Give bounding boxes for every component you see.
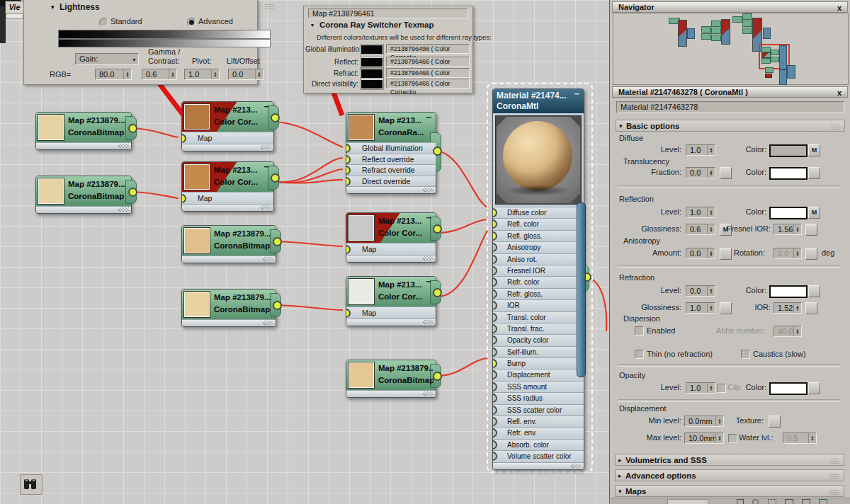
- dropdown-arrow-icon[interactable]: ▼: [132, 55, 137, 65]
- slot-volume-scatter-color[interactable]: Volume scatter color: [493, 450, 584, 462]
- lift-field[interactable]: 0.0: [228, 69, 264, 80]
- rgb-field[interactable]: 80.0: [95, 69, 132, 80]
- input-socket[interactable]: [493, 219, 497, 229]
- slot-map[interactable]: Map: [182, 192, 273, 204]
- slot-anisotropy[interactable]: Anisotropy: [493, 241, 584, 253]
- node-colorcorrection-1[interactable]: Map #213... Color Cor... − Map: [181, 101, 274, 151]
- reflect-map-button[interactable]: #2138796466 ( Color Correctio: [386, 57, 470, 67]
- slot-transl-color[interactable]: Transl. color: [493, 311, 584, 323]
- refract-color-swatch[interactable]: [361, 69, 383, 79]
- slot-sss-radius[interactable]: SSS radius: [493, 392, 584, 403]
- viewport-tab[interactable]: Vie: [5, 1, 24, 14]
- texture-thumbnail[interactable]: [184, 292, 210, 317]
- input-socket[interactable]: [493, 452, 497, 461]
- slot-refl-color[interactable]: Refl. color: [493, 218, 584, 229]
- slot-refl-gloss[interactable]: Refl. gloss.: [493, 230, 584, 241]
- input-socket[interactable]: [493, 231, 497, 241]
- input-socket[interactable]: [493, 243, 497, 252]
- slot-global-illumination[interactable]: Global illumination: [346, 142, 436, 154]
- advanced-radio[interactable]: [187, 18, 196, 27]
- node-rayswitcher[interactable]: Map #213... CoronaRa... − Global illumin…: [346, 112, 436, 194]
- input-socket[interactable]: [182, 194, 186, 203]
- slot-refr-color[interactable]: Refr. color: [493, 276, 584, 287]
- input-socket[interactable]: [493, 208, 497, 217]
- gi-map-button[interactable]: #2138796498 ( Color Correctio: [386, 44, 470, 54]
- rollout-arrow-icon[interactable]: ▾: [51, 4, 55, 11]
- input-socket[interactable]: [493, 406, 497, 415]
- input-socket[interactable]: [346, 155, 351, 164]
- input-socket[interactable]: [493, 417, 497, 426]
- slot-diffuse-color[interactable]: Diffuse color: [493, 207, 584, 218]
- texture-thumbnail[interactable]: [184, 164, 210, 190]
- slot-transl-frac[interactable]: Transl. frac.: [493, 323, 584, 334]
- texture-thumbnail[interactable]: [348, 279, 374, 304]
- slot-reflect-override[interactable]: Reflect override: [346, 154, 436, 165]
- material-titlebar[interactable]: Material #2147463278 ( CoronaMtl ) x: [612, 86, 848, 98]
- slot-fresnel-ior[interactable]: Fresnel IOR: [493, 265, 584, 276]
- material-name-field[interactable]: Material #2147463278: [616, 101, 844, 113]
- input-socket[interactable]: [346, 177, 351, 186]
- input-socket[interactable]: [493, 290, 497, 299]
- node-coronabitmap-4[interactable]: Map #213879... CoronaBitmap: [181, 289, 276, 327]
- slot-refr-env[interactable]: Refr. env.: [493, 427, 584, 438]
- spinner-icon[interactable]: [123, 69, 131, 79]
- node-view-canvas[interactable]: Vie Map #213879... CoronaBitmap Map #213…: [0, 0, 611, 504]
- reflect-color-swatch[interactable]: [361, 57, 383, 67]
- node-coronabitmap-3[interactable]: Map #213879... CoronaBitmap: [181, 225, 276, 263]
- output-socket[interactable]: [271, 113, 280, 122]
- spinner-icon[interactable]: [211, 69, 219, 79]
- gradient-bar-top[interactable]: [58, 30, 271, 39]
- node-coronamtl[interactable]: Material #21474... CoronaMtl − Diffuse c…: [492, 88, 584, 470]
- gi-color-swatch[interactable]: [361, 45, 383, 55]
- gradient-bar-bottom[interactable]: [58, 39, 271, 47]
- slot-map[interactable]: Map: [346, 307, 436, 319]
- node-coronabitmap-5[interactable]: Map #213879... CoronaBitmap: [346, 360, 436, 398]
- input-socket[interactable]: [182, 134, 186, 143]
- slot-absorb-color[interactable]: Absorb. color: [493, 439, 584, 450]
- panel-grip[interactable]: [265, 3, 274, 9]
- slot-refract-override[interactable]: Refract override: [346, 164, 436, 176]
- input-socket[interactable]: [493, 348, 497, 357]
- input-socket[interactable]: [346, 144, 351, 153]
- material-preview[interactable]: [495, 115, 582, 205]
- output-socket[interactable]: [271, 173, 280, 183]
- slot-map[interactable]: Map: [182, 132, 273, 144]
- rollout-arrow-icon[interactable]: ▾: [311, 22, 314, 28]
- texture-thumbnail[interactable]: [184, 228, 210, 253]
- slot-opacity-color[interactable]: Opacity color: [493, 334, 584, 345]
- input-socket[interactable]: [493, 255, 497, 264]
- collapse-icon[interactable]: −: [264, 162, 269, 172]
- pivot-field[interactable]: 1.0: [184, 69, 220, 80]
- slot-map[interactable]: Map: [346, 243, 436, 255]
- output-socket[interactable]: [128, 124, 137, 133]
- navigator-minimap[interactable]: [613, 13, 849, 85]
- rollout-basic-options[interactable]: ▾ Basic options: [616, 120, 845, 132]
- input-socket[interactable]: [493, 382, 497, 391]
- input-socket[interactable]: [346, 309, 351, 318]
- texture-thumbnail[interactable]: [348, 362, 374, 388]
- map-name-field[interactable]: Map #2138796461: [308, 8, 468, 18]
- gamma-field[interactable]: 0.6: [142, 69, 177, 80]
- collapse-icon[interactable]: −: [264, 102, 269, 112]
- input-socket[interactable]: [493, 428, 497, 437]
- input-socket[interactable]: [493, 277, 497, 287]
- output-socket[interactable]: [273, 237, 282, 246]
- slot-self-illum[interactable]: Self-illum.: [493, 346, 584, 357]
- texture-thumbnail[interactable]: [348, 115, 374, 140]
- collapse-icon[interactable]: −: [574, 89, 579, 99]
- node-colorcorrection-3[interactable]: Map #213... Color Cor... − Map: [346, 212, 436, 263]
- spinner-icon[interactable]: [255, 69, 263, 79]
- slot-aniso-rot[interactable]: Aniso rot.: [493, 253, 584, 265]
- find-button[interactable]: [20, 474, 42, 495]
- output-socket[interactable]: [433, 147, 442, 156]
- slot-sss-amount[interactable]: SSS amount: [493, 381, 584, 392]
- input-socket[interactable]: [346, 245, 351, 254]
- rollout-grip[interactable]: [831, 123, 840, 130]
- slot-ior[interactable]: IOR: [493, 299, 584, 311]
- slot-refl-env[interactable]: Refl. env.: [493, 416, 584, 427]
- direct-map-button[interactable]: #2138796466 ( Color Correctio: [386, 79, 470, 88]
- standard-radio[interactable]: [99, 18, 108, 27]
- collapse-icon[interactable]: −: [426, 113, 431, 122]
- slot-sss-scatter-color[interactable]: SSS scatter color: [493, 404, 584, 416]
- output-socket[interactable]: [273, 301, 282, 310]
